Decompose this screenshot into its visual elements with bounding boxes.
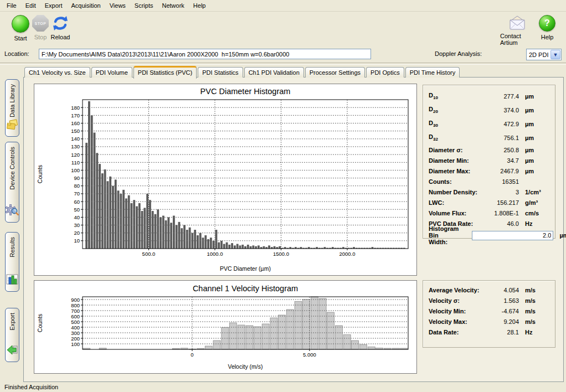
stat-unit: Hz	[519, 329, 549, 336]
pvc-diameter-histogram-chart: 1020304050607080901001101201301401501601…	[34, 84, 415, 274]
tab-pdi-time-history[interactable]: PDI Time History	[405, 67, 460, 78]
tab-pdi-volume[interactable]: PDI Volume	[91, 67, 132, 78]
pvc-diameter-histogram-panel: 1020304050607080901001101201301401501601…	[34, 84, 417, 276]
svg-text:500.0: 500.0	[142, 251, 156, 257]
location-input[interactable]	[39, 49, 371, 59]
stat-row: D32756.1µm	[429, 131, 549, 145]
stat-row: Velocity Max:9.204m/s	[429, 316, 549, 327]
stat-value: 277.4	[482, 93, 519, 100]
stat-row: Diameter Max:2467.9µm	[429, 166, 549, 176]
stat-label: LWC:	[429, 199, 482, 206]
stat-unit: µm	[519, 93, 549, 100]
tab-pdi-statistics[interactable]: PDI Statistics	[198, 67, 243, 78]
menu-item-help[interactable]: Help	[189, 1, 210, 10]
stat-value: 3	[482, 189, 519, 195]
pvc-statistics-panel: D10277.4µmD20374.0µmD30472.9µmD32756.1µm…	[423, 85, 555, 239]
stat-unit: Hz	[519, 220, 549, 227]
stat-label: D10	[429, 92, 482, 100]
svg-text:200: 200	[71, 336, 80, 342]
histogram-bin-width-input[interactable]	[472, 231, 553, 240]
menu-item-file[interactable]: File	[2, 1, 21, 10]
velocity-statistics-panel: Average Velocity:4.054m/sVelocity σ:1.56…	[423, 280, 555, 348]
status-text: Finished Acquisition	[4, 384, 58, 390]
reload-button[interactable]: Reload	[44, 15, 76, 40]
svg-text:1000.0: 1000.0	[207, 251, 223, 257]
menu-item-acquisition[interactable]: Acquisition	[67, 1, 105, 10]
stat-row: Average Velocity:4.054m/s	[429, 285, 549, 295]
tab-ch1-pdi-validation[interactable]: Ch1 PDI Validation	[244, 67, 304, 78]
chart-title: Channel 1 Velocity Histogram	[193, 284, 298, 293]
contact-artium-button[interactable]: Contact Artium	[500, 15, 534, 46]
stat-row: Number Density:31/cm³	[429, 187, 549, 197]
chevron-down-icon[interactable]: ▼	[550, 50, 560, 59]
svg-text:140: 140	[71, 136, 80, 142]
svg-text:90: 90	[74, 175, 80, 181]
stat-label: Diameter Min:	[429, 157, 482, 164]
stat-label: Velocity Max:	[429, 318, 482, 325]
svg-text:2000.0: 2000.0	[339, 251, 355, 257]
sidebar-item-export[interactable]: Export	[5, 308, 19, 362]
svg-text:120: 120	[71, 152, 80, 158]
stat-value: 156.217	[482, 199, 519, 206]
doppler-analysis-label: Doppler Analysis:	[435, 50, 482, 57]
stat-label: Average Velocity:	[429, 287, 482, 293]
reload-label: Reload	[51, 34, 70, 40]
help-label: Help	[541, 34, 554, 40]
histogram-bin-width-row: Histogram Bin Width:µm	[429, 229, 549, 242]
sidebar-item-device-controls[interactable]: Device Controls	[5, 142, 19, 223]
svg-text:80: 80	[74, 183, 80, 189]
data-library-icon	[6, 118, 19, 132]
stat-row: Data Rate:28.1Hz	[429, 327, 549, 337]
stat-value: 2467.9	[482, 168, 519, 174]
menu-item-export[interactable]: Export	[40, 1, 67, 10]
stat-label: Number Density:	[429, 189, 482, 195]
stat-value: 46.0	[482, 220, 519, 227]
stat-value: 1.563	[482, 297, 519, 304]
x-axis-label: PVC Diameter (µm)	[220, 265, 271, 272]
location-label: Location:	[4, 50, 29, 57]
svg-text:160: 160	[71, 120, 80, 126]
sidebar-item-results[interactable]: Results	[5, 232, 19, 292]
sidebar-item-label: Data Library	[9, 84, 16, 117]
stat-unit: cm/s	[519, 210, 549, 216]
chart-title: PVC Diameter Histogram	[200, 87, 291, 96]
stat-value: -4.674	[482, 308, 519, 314]
contact-artium-label: Contact Artium	[500, 33, 534, 46]
doppler-analysis-value: 2D PDI	[527, 51, 550, 58]
svg-text:700: 700	[71, 308, 80, 314]
tab-processor-settings[interactable]: Processor Settings	[305, 67, 365, 78]
tab-pdi-optics[interactable]: PDI Optics	[366, 67, 404, 78]
stat-unit: 1/cm³	[519, 189, 549, 195]
envelope-icon	[508, 15, 527, 30]
stat-value: 16351	[482, 178, 519, 185]
help-button[interactable]: ? Help	[536, 15, 558, 40]
velocity-histogram-panel: 10020030040050060070080090005.000Channel…	[34, 280, 417, 374]
sidebar-item-data-library[interactable]: Data Library	[5, 79, 19, 137]
pdi-statistics-pvc-tabpage: 1020304050607080901001101201301401501601…	[23, 77, 564, 382]
sidebar-item-label: Export	[9, 313, 16, 331]
svg-text:180: 180	[71, 105, 80, 111]
svg-text:130: 130	[71, 143, 80, 149]
svg-text:800: 800	[71, 302, 80, 308]
stat-unit: g/m³	[519, 199, 549, 206]
stat-label: D30	[429, 120, 482, 128]
doppler-analysis-select[interactable]: 2D PDI ▼	[526, 49, 562, 60]
menu-item-scripts[interactable]: Scripts	[130, 1, 158, 10]
stat-label: Data Rate:	[429, 329, 482, 336]
svg-text:5.000: 5.000	[303, 352, 316, 358]
menu-item-views[interactable]: Views	[105, 1, 130, 10]
stat-value: 9.204	[482, 318, 519, 325]
svg-text:60: 60	[74, 199, 80, 205]
stat-value: 1.808E-1	[482, 210, 519, 216]
tab-pdi-statistics-pvc[interactable]: PDI Statistics (PVC)	[133, 66, 197, 79]
sidebar-item-label: Device Controls	[9, 147, 16, 190]
help-icon: ?	[539, 15, 555, 32]
svg-text:110: 110	[71, 159, 80, 166]
menu-item-network[interactable]: Network	[157, 1, 188, 10]
y-axis-label: Counts	[37, 165, 43, 183]
svg-text:70: 70	[74, 190, 80, 197]
menu-item-edit[interactable]: Edit	[21, 1, 40, 10]
svg-text:10: 10	[74, 238, 80, 244]
tab-ch1-velocity-vs-size[interactable]: Ch1 Velocity vs. Size	[24, 67, 90, 78]
histogram-bin-width-unit: µm	[553, 232, 566, 239]
